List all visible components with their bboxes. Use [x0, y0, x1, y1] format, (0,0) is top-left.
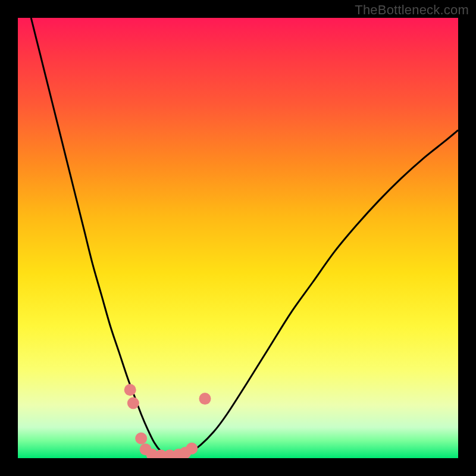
watermark-text: TheBottleneck.com — [355, 2, 469, 18]
chart-frame: TheBottleneck.com — [0, 0, 476, 476]
curve-marker — [127, 397, 139, 409]
plot-area — [18, 18, 458, 458]
curve-marker — [186, 443, 198, 455]
curve-marker — [124, 384, 136, 396]
bottleneck-curve — [31, 18, 458, 456]
curve-marker — [135, 433, 147, 444]
curve-layer — [18, 18, 458, 458]
curve-marker — [199, 393, 211, 405]
